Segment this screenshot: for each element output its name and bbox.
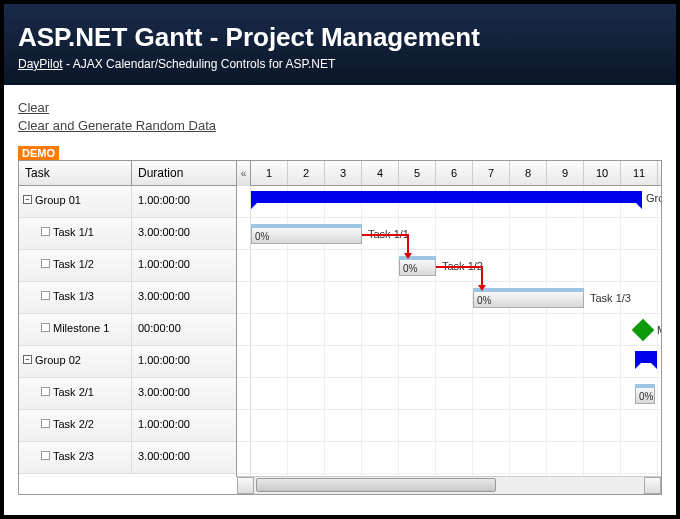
task-duration: 3.00:00:00 <box>132 218 236 249</box>
task-bar[interactable]: 0% <box>251 224 362 244</box>
timeline-day-4[interactable]: 4 <box>362 161 399 185</box>
gantt-chart: Task Duration −Group 011.00:00:00Task 1/… <box>18 160 662 495</box>
timeline-day-11[interactable]: 11 <box>621 161 658 185</box>
task-list-header: Task Duration <box>19 161 236 186</box>
column-header-duration[interactable]: Duration <box>132 161 236 185</box>
gantt-grid[interactable]: Grou0%Task 1/10%Task 1/20%Task 1/3Mi0% <box>237 186 661 477</box>
action-links: Clear Clear and Generate Random Data <box>4 85 676 145</box>
task-row[interactable]: Task 1/33.00:00:00 <box>19 282 236 314</box>
task-row[interactable]: −Group 021.00:00:00 <box>19 346 236 378</box>
horizontal-scrollbar[interactable] <box>237 476 661 494</box>
task-row[interactable]: Task 2/21.00:00:00 <box>19 410 236 442</box>
leaf-icon <box>41 323 50 332</box>
leaf-icon <box>41 419 50 428</box>
task-name: Task 2/1 <box>53 386 94 398</box>
page-header: ASP.NET Gantt - Project Management DayPi… <box>4 4 676 85</box>
task-duration: 1.00:00:00 <box>132 186 236 217</box>
task-name: Task 2/2 <box>53 418 94 430</box>
task-bar[interactable]: 0% <box>473 288 584 308</box>
timeline-day-3[interactable]: 3 <box>325 161 362 185</box>
progress-label: 0% <box>477 295 491 306</box>
bar-label: Mi <box>657 324 661 336</box>
task-duration: 00:00:00 <box>132 314 236 345</box>
task-name: Task 1/2 <box>53 258 94 270</box>
task-row[interactable]: Task 2/13.00:00:00 <box>19 378 236 410</box>
leaf-icon <box>41 259 50 268</box>
group-bar[interactable] <box>251 191 642 203</box>
task-name: Milestone 1 <box>53 322 109 334</box>
timeline-day-8[interactable]: 8 <box>510 161 547 185</box>
task-duration: 1.00:00:00 <box>132 410 236 441</box>
task-row[interactable]: Task 1/13.00:00:00 <box>19 218 236 250</box>
task-bar[interactable]: 0% <box>399 256 436 276</box>
timeline-day-5[interactable]: 5 <box>399 161 436 185</box>
leaf-icon <box>41 291 50 300</box>
collapse-icon[interactable]: − <box>23 195 32 204</box>
timeline-day-9[interactable]: 9 <box>547 161 584 185</box>
task-duration: 3.00:00:00 <box>132 442 236 473</box>
timeline-day-10[interactable]: 10 <box>584 161 621 185</box>
page-title: ASP.NET Gantt - Project Management <box>18 22 662 53</box>
task-name: Task 2/3 <box>53 450 94 462</box>
daypilot-link[interactable]: DayPilot <box>18 57 63 71</box>
progress-label: 0% <box>255 231 269 242</box>
task-list-pane: Task Duration −Group 011.00:00:00Task 1/… <box>19 161 237 477</box>
task-row[interactable]: −Group 011.00:00:00 <box>19 186 236 218</box>
clear-link[interactable]: Clear <box>18 99 49 117</box>
scrollbar-track[interactable] <box>254 477 644 494</box>
subtitle-rest: - AJAX Calendar/Scheduling Controls for … <box>63 57 336 71</box>
task-row[interactable]: Milestone 100:00:00 <box>19 314 236 346</box>
bar-label: Task 1/3 <box>590 292 631 304</box>
task-name: Group 02 <box>35 354 81 366</box>
progress-label: 0% <box>639 391 653 402</box>
leaf-icon <box>41 227 50 236</box>
app-frame: ASP.NET Gantt - Project Management DayPi… <box>0 0 680 519</box>
task-row[interactable]: Task 1/21.00:00:00 <box>19 250 236 282</box>
task-duration: 3.00:00:00 <box>132 378 236 409</box>
task-name: Task 1/3 <box>53 290 94 302</box>
timeline-day-1[interactable]: 1 <box>251 161 288 185</box>
task-duration: 1.00:00:00 <box>132 250 236 281</box>
milestone-diamond-icon[interactable] <box>632 319 655 342</box>
task-bar[interactable]: 0% <box>635 384 655 404</box>
timeline-day-2[interactable]: 2 <box>288 161 325 185</box>
task-duration: 1.00:00:00 <box>132 346 236 377</box>
page-subtitle: DayPilot - AJAX Calendar/Scheduling Cont… <box>18 57 662 71</box>
scroll-left-button[interactable] <box>237 477 254 494</box>
generate-link[interactable]: Clear and Generate Random Data <box>18 117 216 135</box>
timeline-day-7[interactable]: 7 <box>473 161 510 185</box>
timeline-pane: « 1234567891011 Grou0%Task 1/10%Task 1/2… <box>237 161 661 477</box>
progress-label: 0% <box>403 263 417 274</box>
task-duration: 3.00:00:00 <box>132 282 236 313</box>
bar-label: Grou <box>646 192 661 204</box>
task-row[interactable]: Task 2/33.00:00:00 <box>19 442 236 474</box>
timeline-day-6[interactable]: 6 <box>436 161 473 185</box>
task-name: Group 01 <box>35 194 81 206</box>
scroll-previous-button[interactable]: « <box>237 161 251 186</box>
demo-badge: DEMO <box>18 146 59 160</box>
task-name: Task 1/1 <box>53 226 94 238</box>
timeline-header: « 1234567891011 <box>237 161 661 186</box>
column-header-task[interactable]: Task <box>19 161 132 185</box>
scroll-right-button[interactable] <box>644 477 661 494</box>
collapse-icon[interactable]: − <box>23 355 32 364</box>
leaf-icon <box>41 387 50 396</box>
group-bar[interactable] <box>635 351 657 363</box>
scrollbar-thumb[interactable] <box>256 478 496 492</box>
leaf-icon <box>41 451 50 460</box>
